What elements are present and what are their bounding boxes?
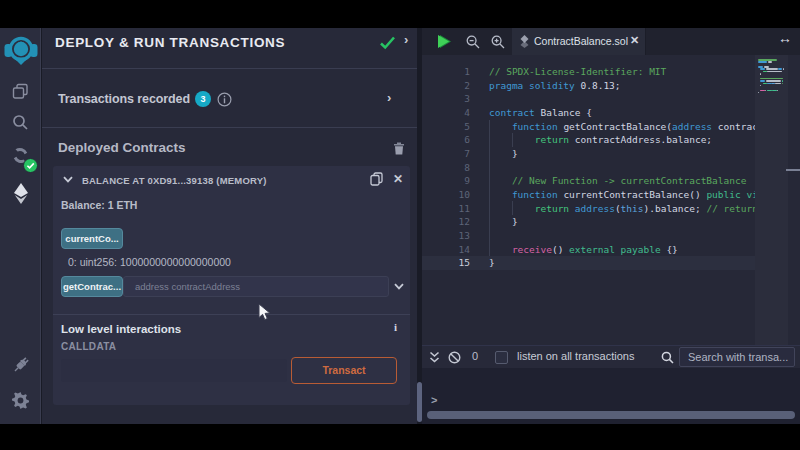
- minimap-line: [772, 90, 776, 92]
- minimap-line: [758, 92, 759, 94]
- tab-title: ContractBalance.sol: [534, 35, 628, 48]
- minimap-line: [783, 68, 784, 70]
- line-number: 4: [422, 106, 470, 120]
- code-line: return address(this).balance; // returns…: [489, 202, 755, 216]
- mouse-cursor: [258, 303, 271, 322]
- clear-console-ban-icon[interactable]: [448, 351, 461, 364]
- code-content: // SPDX-License-Identifier: MITpragma so…: [489, 65, 755, 270]
- contract-collapse-chevron-icon[interactable]: [63, 176, 73, 183]
- minimap-line: [782, 80, 783, 82]
- terminal-toolbar: 0 listen on all transactions Search with…: [422, 345, 800, 368]
- transactions-expand-chevron-icon[interactable]: ›: [387, 90, 391, 105]
- code-line: [489, 161, 755, 175]
- terminal: 0 listen on all transactions Search with…: [422, 345, 800, 424]
- minimap-line: [763, 83, 767, 85]
- terminal-scrollbar-thumb[interactable]: [427, 411, 795, 419]
- calldata-label: CALLDATA: [61, 341, 116, 352]
- line-number: 14: [422, 243, 470, 257]
- file-explorer-icon[interactable]: [0, 82, 41, 100]
- line-number: 8: [422, 161, 470, 175]
- minimap-line: [760, 73, 761, 75]
- trash-icon[interactable]: [393, 142, 405, 155]
- zoom-in-icon[interactable]: [491, 35, 505, 49]
- expand-terminal-icon[interactable]: [429, 351, 440, 364]
- screen: DEPLOY & RUN TRANSACTIONS › Transactions…: [0, 0, 800, 450]
- transactions-recorded-label: Transactions recorded: [58, 92, 190, 106]
- line-number: 11: [422, 202, 470, 216]
- minimap-line: [760, 80, 765, 82]
- plugin-manager-icon[interactable]: [0, 355, 41, 375]
- contract-instance-title: BALANCE AT 0XD91...39138 (MEMORY): [82, 175, 267, 186]
- line-number: 5: [422, 120, 470, 134]
- zoom-out-icon[interactable]: [466, 35, 480, 49]
- info-circle-icon[interactable]: [217, 92, 232, 107]
- minimap-line: [767, 83, 771, 85]
- deployed-contract-card: BALANCE AT 0XD91...39138 (MEMORY) ✕ Bala…: [53, 166, 410, 405]
- icon-rail: [0, 28, 41, 424]
- code-line: // SPDX-License-Identifier: MIT: [489, 65, 755, 79]
- tab-close-icon[interactable]: ✕: [630, 34, 639, 47]
- overview-ruler-marker: [786, 169, 800, 171]
- expand-horizontal-icon[interactable]: ↔: [778, 30, 792, 46]
- calldata-input[interactable]: [61, 359, 287, 382]
- minimap-line: [763, 71, 767, 73]
- minimap-line: [782, 83, 783, 85]
- minimap-line: [775, 83, 781, 85]
- get-contract-balance-button[interactable]: getContrac...: [61, 276, 123, 297]
- minimap-line: [758, 66, 763, 68]
- panel-next-chevron-icon[interactable]: ›: [404, 32, 408, 47]
- deploy-and-run-icon[interactable]: [0, 182, 41, 204]
- code-line: pragma solidity 0.8.13;: [489, 79, 755, 93]
- remix-logo-icon[interactable]: [0, 33, 41, 67]
- minimap-line: [778, 68, 782, 70]
- remix-ide-window: DEPLOY & RUN TRANSACTIONS › Transactions…: [0, 28, 800, 424]
- run-script-play-icon[interactable]: [437, 35, 453, 48]
- tab-contractbalance-sol[interactable]: ContractBalance.sol ✕: [512, 28, 646, 55]
- code-line: function currentContractBalance() public…: [489, 188, 755, 202]
- minimap-line: [766, 68, 778, 70]
- divider: [42, 127, 417, 128]
- contract-address-input[interactable]: address contractAddress: [123, 276, 389, 297]
- minimap[interactable]: [755, 55, 788, 345]
- minimap-line: [766, 80, 781, 82]
- code-line: return contractAddress.balance;: [489, 133, 755, 147]
- line-number: 10: [422, 188, 470, 202]
- terminal-prompt[interactable]: >: [431, 394, 437, 406]
- divider: [53, 314, 410, 315]
- listen-transactions-label: listen on all transactions: [517, 350, 634, 362]
- minimap-line: [764, 66, 770, 68]
- transact-button[interactable]: Transact: [291, 357, 397, 384]
- minimap-line: [768, 61, 772, 63]
- minimap-line: [758, 59, 777, 61]
- copy-address-icon[interactable]: [370, 172, 383, 186]
- code-editor[interactable]: 123456789101112131415 // SPDX-License-Id…: [422, 55, 800, 345]
- remove-contract-icon[interactable]: ✕: [393, 172, 403, 186]
- low-level-info-icon[interactable]: i: [394, 321, 397, 333]
- code-line: [489, 92, 755, 106]
- code-line: }: [489, 147, 755, 161]
- minimap-line: [760, 85, 761, 87]
- panel-check-icon: [379, 35, 396, 50]
- minimap-line: [765, 90, 766, 92]
- code-line: function getContractBalance(address cont…: [489, 120, 755, 134]
- terminal-search-input[interactable]: Search with transa...: [679, 347, 795, 367]
- deploy-run-panel: DEPLOY & RUN TRANSACTIONS › Transactions…: [42, 28, 417, 424]
- transactions-recorded-row[interactable]: Transactions recorded 3 ›: [42, 69, 417, 127]
- listen-transactions-checkbox[interactable]: [495, 351, 508, 364]
- minimap-line: [760, 68, 765, 70]
- code-line: // New Function -> currentContractBalanc…: [489, 174, 755, 188]
- expand-args-chevron-icon[interactable]: [394, 283, 404, 290]
- current-contract-balance-button[interactable]: currentCo...: [61, 228, 123, 249]
- pending-tx-count: 0: [472, 350, 478, 362]
- editor-area: ContractBalance.sol ✕ ↔ 1234567891011121…: [422, 28, 800, 424]
- minimap-line: [767, 90, 772, 92]
- line-number: 6: [422, 133, 470, 147]
- line-number: 2: [422, 79, 470, 93]
- contract-balance-label: Balance: 1 ETH: [61, 199, 137, 211]
- line-number: 1: [422, 65, 470, 79]
- transactions-count-badge: 3: [195, 91, 211, 107]
- line-number: 12: [422, 215, 470, 229]
- search-icon[interactable]: [0, 113, 41, 131]
- settings-gear-icon[interactable]: [0, 390, 41, 410]
- line-number: 7: [422, 147, 470, 161]
